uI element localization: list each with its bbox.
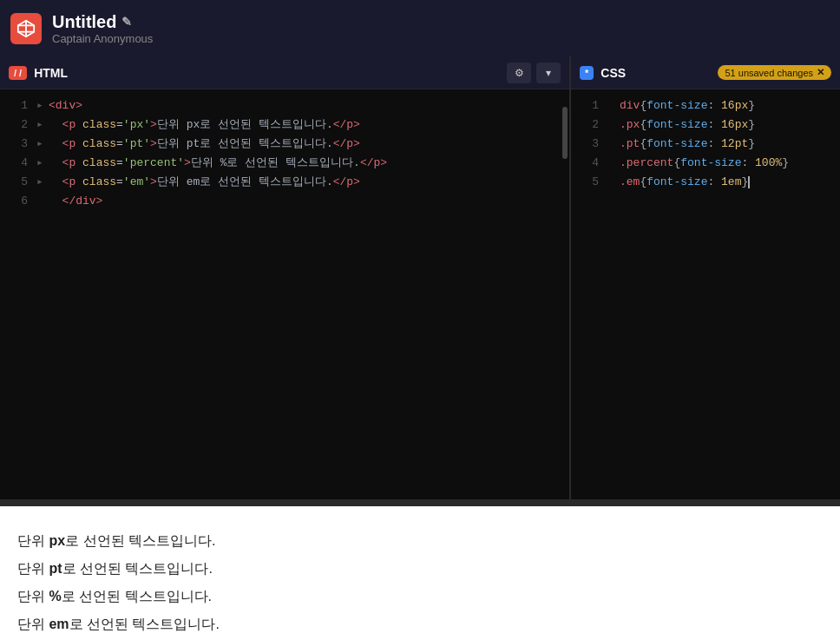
css-code-line: 2 .px{font-size: 16px} bbox=[571, 115, 840, 135]
preview-line-em: 단위 em로 선언된 텍스트입니다. bbox=[17, 610, 823, 638]
css-code-line: 4 .percent{font-size: 100%} bbox=[571, 154, 840, 173]
unsaved-text: 51 unsaved changes bbox=[725, 68, 813, 78]
scrollbar-thumb[interactable] bbox=[562, 107, 568, 159]
html-code-line: 6 </div> bbox=[0, 192, 569, 211]
preview-line-percent: 단위 %로 선언된 텍스트입니다. bbox=[17, 583, 823, 610]
unsaved-changes-badge: 51 unsaved changes ✕ bbox=[718, 65, 831, 80]
author-text: Captain Anonymous bbox=[52, 32, 153, 45]
html-code-line: 2 ▸ <p class='px'>단위 px로 선언된 텍스트입니다.</p> bbox=[0, 115, 569, 135]
html-code-body[interactable]: 1 ▸ <div> 2 ▸ <p class='px'>단위 px로 선언된 텍… bbox=[0, 89, 569, 499]
app-title: Untitled ✎ bbox=[52, 12, 153, 32]
html-code-line: 5 ▸ <p class='em'>단위 em로 선언된 텍스트입니다.</p> bbox=[0, 173, 569, 192]
html-code-line: 3 ▸ <p class='pt'>단위 pt로 선언된 텍스트입니다.</p> bbox=[0, 135, 569, 154]
css-code-line: 3 .pt{font-size: 12pt} bbox=[571, 135, 840, 154]
css-tab-label: CSS bbox=[600, 66, 626, 80]
edit-icon[interactable]: ✎ bbox=[121, 15, 132, 29]
settings-button[interactable]: ⚙ bbox=[507, 63, 531, 83]
preview-area: 단위 px로 선언된 텍스트입니다. 단위 pt로 선언된 텍스트입니다. 단위… bbox=[0, 506, 840, 640]
divider bbox=[0, 499, 840, 506]
css-panel: * CSS 51 unsaved changes ✕ 1 div{font-si… bbox=[571, 56, 840, 499]
preview-line-pt: 단위 pt로 선언된 텍스트입니다. bbox=[17, 555, 823, 583]
css-code-line: 5 .em{font-size: 1em} bbox=[571, 173, 840, 192]
html-tab-left: / / HTML bbox=[9, 66, 68, 80]
css-badge: * bbox=[580, 66, 594, 80]
html-panel: / / HTML ⚙ ▾ 1 ▸ <div> 2 ▸ <p class='px'… bbox=[0, 56, 571, 499]
html-code-line: 4 ▸ <p class='percent'>단위 %로 선언된 텍스트입니다.… bbox=[0, 154, 569, 173]
html-code-line: 1 ▸ <div> bbox=[0, 96, 569, 115]
topbar: Untitled ✎ Captain Anonymous bbox=[0, 0, 840, 56]
html-badge: / / bbox=[9, 66, 27, 80]
title-block: Untitled ✎ Captain Anonymous bbox=[52, 12, 153, 45]
css-code-line: 1 div{font-size: 16px} bbox=[571, 96, 840, 115]
editor-area: / / HTML ⚙ ▾ 1 ▸ <div> 2 ▸ <p class='px'… bbox=[0, 56, 840, 499]
title-text: Untitled bbox=[52, 12, 116, 32]
preview-line-px: 단위 px로 선언된 텍스트입니다. bbox=[17, 527, 823, 555]
app-logo bbox=[10, 13, 42, 44]
close-unsaved-button[interactable]: ✕ bbox=[817, 67, 824, 78]
html-tab: / / HTML ⚙ ▾ bbox=[0, 56, 569, 89]
html-tab-label: HTML bbox=[34, 66, 68, 80]
dropdown-button[interactable]: ▾ bbox=[536, 63, 561, 83]
css-tab: * CSS 51 unsaved changes ✕ bbox=[571, 56, 840, 89]
css-tab-left: * CSS bbox=[580, 66, 626, 80]
css-code-body[interactable]: 1 div{font-size: 16px} 2 .px{font-size: … bbox=[571, 89, 840, 499]
html-tab-actions: ⚙ ▾ bbox=[507, 63, 561, 83]
